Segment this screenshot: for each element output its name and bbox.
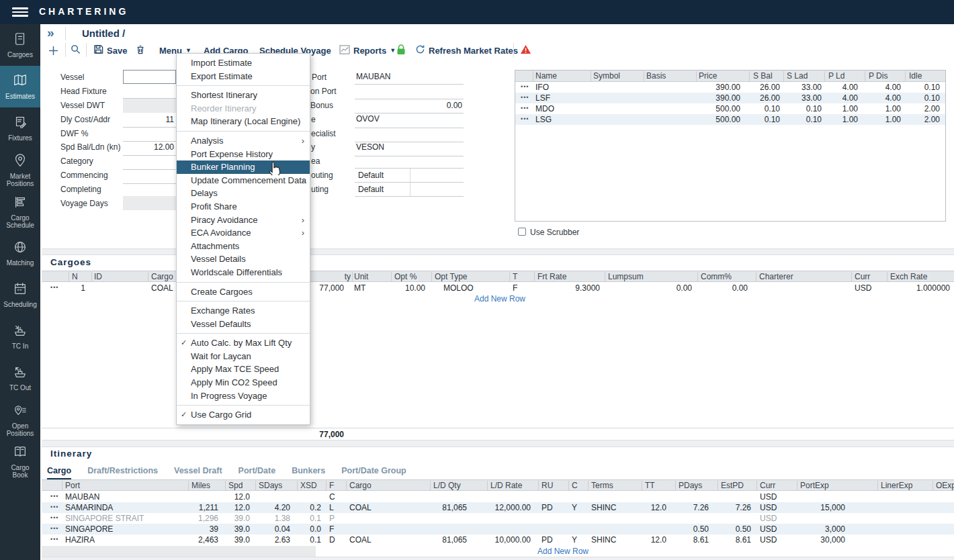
tab-vessel-draft[interactable]: Vessel Draft xyxy=(174,466,222,480)
col-header-opt-pct[interactable]: Opt % xyxy=(394,271,425,281)
col-header-port[interactable]: Port xyxy=(65,480,186,490)
col-header-charterer[interactable]: Charterer xyxy=(759,271,840,281)
col-header-price[interactable]: Price xyxy=(699,71,740,81)
row-menu-icon[interactable]: ••• xyxy=(50,283,58,293)
row-menu-icon[interactable]: ••• xyxy=(521,103,529,114)
col-header-comm[interactable]: Comm% xyxy=(701,271,748,281)
menu-item-in-progress-voyage[interactable]: In Progress Voyage xyxy=(177,389,310,403)
menu-item-bunker-planning[interactable]: Bunker Planning xyxy=(177,160,310,174)
dly-cost-input[interactable] xyxy=(123,127,176,128)
menu-item-apply-max-tce-speed[interactable]: Apply Max TCE Speed xyxy=(177,363,310,376)
row-menu-icon[interactable]: ••• xyxy=(521,114,529,125)
spd-input[interactable] xyxy=(123,155,176,156)
menu-item-map-itinerary[interactable]: Map Itinerary (Local Engine) xyxy=(177,115,310,128)
col-header-ld-qty[interactable]: L/D Qty xyxy=(433,480,467,490)
use-scrubber-checkbox[interactable] xyxy=(518,228,526,236)
col-header-terms[interactable]: Terms xyxy=(591,480,633,490)
commencing-input[interactable] xyxy=(123,183,176,184)
col-header-spd[interactable]: Spd xyxy=(228,480,250,490)
row-menu-icon[interactable]: ••• xyxy=(50,524,58,534)
sidebar-item-open-positions[interactable]: Open Positions xyxy=(0,399,40,440)
menu-item-create-cargoes[interactable]: Create Cargoes xyxy=(177,285,310,299)
col-header-cargo[interactable]: Cargo xyxy=(349,480,417,490)
row-menu-icon[interactable]: ••• xyxy=(50,513,58,524)
collapse-panel-icon[interactable]: » xyxy=(47,26,54,40)
col-header-id[interactable]: ID xyxy=(94,271,134,281)
col-header-curr[interactable]: Curr xyxy=(855,271,881,281)
col-header-idle[interactable]: Idle xyxy=(909,71,940,81)
menu-item-export-estimate[interactable]: Export Estimate xyxy=(177,70,310,83)
col-header-unit[interactable]: Unit xyxy=(354,271,381,281)
dly-cost-value[interactable]: 11 xyxy=(123,115,174,124)
tab-port-date[interactable]: Port/Date xyxy=(238,466,276,480)
col-header-p-dis[interactable]: P Dis xyxy=(869,71,901,81)
col-header-exch-rate[interactable]: Exch Rate xyxy=(890,271,950,281)
validation-warning-button[interactable] xyxy=(520,42,531,59)
tab-cargo[interactable]: Cargo xyxy=(47,466,71,480)
col-header-tt[interactable]: TT xyxy=(645,480,666,490)
sidebar-item-cargo-schedule[interactable]: Cargo Schedule xyxy=(0,191,40,232)
col-header-curr[interactable]: Curr xyxy=(760,480,787,490)
menu-item-wait-for-laycan[interactable]: Wait for Laycan xyxy=(177,350,310,363)
tab-port-date-group[interactable]: Port/Date Group xyxy=(341,466,406,480)
col-header-xsd[interactable]: XSD xyxy=(300,480,321,490)
lock-button[interactable] xyxy=(396,42,406,59)
save-button[interactable]: Save xyxy=(93,42,127,59)
col-header-c[interactable]: C xyxy=(572,480,585,490)
company-value[interactable]: VESON xyxy=(356,142,384,152)
port-value[interactable]: MAUBAN xyxy=(356,72,390,81)
col-header-estpd[interactable]: EstPD xyxy=(721,480,751,490)
ballast-bonus-value[interactable]: 0.00 xyxy=(355,101,462,110)
table-row[interactable]: ••• HAZIRA 2,463 39.0 2.63 0.1 D COAL 81… xyxy=(42,534,954,545)
col-header-s-lad[interactable]: S Lad xyxy=(787,71,822,81)
col-header-n[interactable]: N xyxy=(72,271,85,281)
table-row[interactable]: ••• SAMARINDA 1,211 12.0 4.20 0.2 L COAL… xyxy=(42,502,954,513)
refresh-market-rates-button[interactable]: Refresh Market Rates xyxy=(415,42,518,59)
add-button[interactable] xyxy=(48,42,58,59)
tab-bunkers[interactable]: Bunkers xyxy=(292,466,325,480)
row-menu-icon[interactable]: ••• xyxy=(50,492,58,502)
menu-item-auto-calc-max-lift[interactable]: ✓Auto Calc. by Max Lift Qty xyxy=(177,336,310,350)
dwf-input[interactable] xyxy=(123,141,176,142)
row-menu-icon[interactable]: ••• xyxy=(521,93,529,103)
sidebar-item-scheduling[interactable]: Scheduling xyxy=(0,274,40,316)
sidebar-item-estimates[interactable]: Estimates xyxy=(0,66,40,107)
col-header-sdays[interactable]: SDays xyxy=(259,480,290,490)
category-input[interactable] xyxy=(123,169,176,170)
menu-item-eca-avoidance[interactable]: ECA Avoidance› xyxy=(177,226,310,240)
itinerary-add-new-row-link[interactable]: Add New Row xyxy=(537,547,589,556)
col-header-symbol[interactable]: Symbol xyxy=(593,71,646,81)
menu-item-piracy-avoidance[interactable]: Piracy Avoidance› xyxy=(177,214,310,227)
col-header-name[interactable]: Name xyxy=(535,71,593,81)
menu-item-shortest-itinerary[interactable]: Shortest Itinerary xyxy=(177,89,310,102)
table-row[interactable]: ••• SINGAPORE 39 39.0 0.04 0.0 F 0.50 0.… xyxy=(42,524,954,534)
piracy-routing-value[interactable]: Default xyxy=(358,185,384,194)
menu-item-profit-share[interactable]: Profit Share xyxy=(177,200,310,214)
menu-item-apply-min-co2-speed[interactable]: Apply Min CO2 Speed xyxy=(177,376,310,389)
menu-item-import-estimate[interactable]: Import Estimate xyxy=(177,56,310,70)
delete-button[interactable] xyxy=(136,42,145,59)
table-row[interactable]: ••• MDO 500.00 0.10 0.10 1.00 1.00 2.00 xyxy=(515,103,945,114)
search-button[interactable] xyxy=(71,42,81,59)
sidebar-item-market-positions[interactable]: Market Positions xyxy=(0,149,40,191)
eca-routing-value[interactable]: Default xyxy=(358,171,384,180)
menu-item-use-cargo-grid[interactable]: ✓Use Cargo Grid xyxy=(177,408,310,422)
table-row[interactable]: ••• IFO 390.00 26.00 33.00 4.00 4.00 0.1… xyxy=(515,82,945,93)
menu-item-attachments[interactable]: Attachments xyxy=(177,240,310,253)
table-row[interactable]: ••• LSG 500.00 0.10 0.10 1.00 1.00 2.00 xyxy=(515,114,945,125)
table-row[interactable]: ••• LSF 390.00 26.00 33.00 4.00 4.00 0.1… xyxy=(515,93,945,103)
col-header-pdays[interactable]: PDays xyxy=(679,480,709,490)
spd-value[interactable]: 12.00 xyxy=(123,142,174,152)
tab-draft-restrictions[interactable]: Draft/Restrictions xyxy=(87,466,158,480)
table-row[interactable]: ••• SINGAPORE STRAIT 1,296 39.0 1.38 0.1… xyxy=(42,513,954,524)
menu-item-worldscale-differentials[interactable]: Worldscale Differentials xyxy=(177,266,310,279)
sidebar-item-cargoes[interactable]: Cargoes xyxy=(0,24,40,66)
row-menu-icon[interactable]: ••• xyxy=(50,534,58,545)
col-header-qty-fragment[interactable]: ty xyxy=(336,271,351,281)
row-menu-icon[interactable]: ••• xyxy=(521,82,529,93)
table-row[interactable]: ••• MAUBAN 12.0 C USD xyxy=(42,492,954,502)
reports-button[interactable]: Reports▼ xyxy=(339,42,396,59)
menu-item-analysis[interactable]: Analysis› xyxy=(177,134,310,148)
row-menu-icon[interactable]: ••• xyxy=(50,502,58,513)
sidebar-item-fixtures[interactable]: Fixtures xyxy=(0,107,40,149)
